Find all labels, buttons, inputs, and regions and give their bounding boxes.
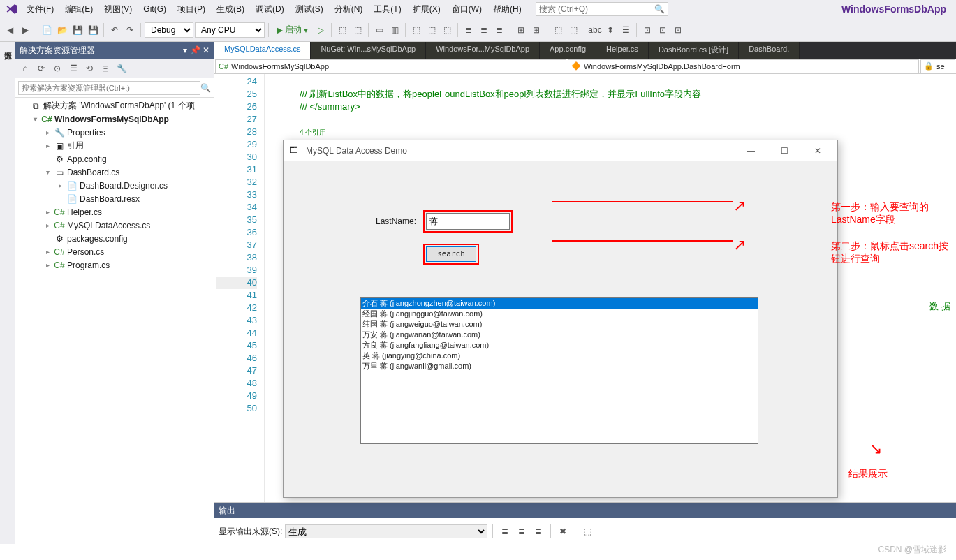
refresh-icon[interactable]: ⟲ <box>82 61 96 76</box>
tb-icon-16[interactable]: ⊡ <box>656 22 670 38</box>
props-icon[interactable]: 🔧 <box>115 61 128 76</box>
output-src-select[interactable]: 生成 <box>285 524 487 538</box>
tb-icon-3[interactable]: ▭ <box>372 22 386 38</box>
undo-button[interactable]: ↶ <box>108 22 122 38</box>
minimize-button[interactable]: — <box>737 146 765 156</box>
close-button[interactable]: ✕ <box>804 146 832 156</box>
show-all-icon[interactable]: ☰ <box>66 61 80 76</box>
collapse-icon[interactable]: ⊟ <box>98 61 112 76</box>
tree-helper[interactable]: Helper.cs <box>67 207 102 217</box>
save-button[interactable]: 💾 <box>71 22 84 38</box>
tb-icon-4[interactable]: ▥ <box>388 22 402 38</box>
tab-dashboard[interactable]: DashBoard. <box>739 42 800 59</box>
out-icon-2[interactable]: ≣ <box>515 524 529 539</box>
menu-tools[interactable]: 工具(T) <box>368 1 406 18</box>
tb-icon-14[interactable]: ☰ <box>619 22 633 38</box>
tree-dashboard-designer[interactable]: DashBoard.Designer.cs <box>80 181 168 191</box>
list-item[interactable]: 万安 蒋 (jiangwanan@taiwan.com) <box>361 330 758 340</box>
tab-winforms[interactable]: WindowsFor...MySqlDbApp <box>426 42 540 59</box>
redo-button[interactable]: ↷ <box>123 22 137 38</box>
sync-icon[interactable]: ⟳ <box>34 61 48 76</box>
tb-icon-10[interactable]: ⬚ <box>551 22 565 38</box>
config-select[interactable]: Debug <box>145 22 193 38</box>
platform-select[interactable]: Any CPU <box>195 22 265 38</box>
tab-nuget[interactable]: NuGet: Win...sMySqlDbApp <box>311 42 426 59</box>
tb-icon-15[interactable]: ⊡ <box>640 22 654 38</box>
solution-search-input[interactable] <box>18 81 200 95</box>
tb-icon-6[interactable]: ≣ <box>477 22 491 38</box>
menu-edit[interactable]: 编辑(E) <box>59 1 98 18</box>
align-right-icon[interactable]: ⬚ <box>440 22 454 38</box>
out-wrap-icon[interactable]: ⬚ <box>580 524 594 539</box>
tb-icon-12[interactable]: abc <box>588 22 602 38</box>
menu-analyze[interactable]: 分析(N) <box>329 1 369 18</box>
results-listbox[interactable]: 介石 蒋 (jiangzhongzhen@taiwan.com)经国 蒋 (ji… <box>360 297 758 444</box>
start-no-debug-button[interactable]: ▷ <box>314 22 328 38</box>
list-item[interactable]: 英 蒋 (jiangying@china.com) <box>361 351 758 361</box>
project-node[interactable]: WindowsFormsMySqlDbApp <box>54 115 169 124</box>
tb-icon-1[interactable]: ⬚ <box>335 22 349 38</box>
tab-mysqlda[interactable]: MySQLDataAccess.cs <box>214 42 311 59</box>
list-item[interactable]: 方良 蒋 (jiangfangliang@taiwan.com) <box>361 340 758 351</box>
tree-appconfig[interactable]: App.config <box>67 154 107 164</box>
tb-icon-17[interactable]: ⊡ <box>671 22 685 38</box>
tree-packages[interactable]: packages.config <box>67 234 128 244</box>
quick-search-input[interactable] <box>539 4 644 14</box>
nav-back-button[interactable]: ◀ <box>3 22 17 38</box>
tb-icon-8[interactable]: ⊞ <box>514 22 528 38</box>
menu-view[interactable]: 视图(V) <box>98 1 138 18</box>
search-button[interactable]: search <box>426 246 476 262</box>
new-item-button[interactable]: 📄 <box>40 22 54 38</box>
scope-icon[interactable]: ⊙ <box>50 61 64 76</box>
menu-file[interactable]: 文件(F) <box>21 1 59 18</box>
tree-references[interactable]: 引用 <box>67 140 84 152</box>
tb-icon-9[interactable]: ⊞ <box>529 22 543 38</box>
align-center-icon[interactable]: ⬚ <box>425 22 439 38</box>
list-item[interactable]: 纬国 蒋 (jiangweiguo@taiwan.com) <box>361 319 758 330</box>
nav-fwd-button[interactable]: ▶ <box>18 22 32 38</box>
open-button[interactable]: 📂 <box>55 22 69 38</box>
save-all-button[interactable]: 💾 <box>86 22 100 38</box>
list-item[interactable]: 万里 蒋 (jiangwanli@gmail.com) <box>361 361 758 371</box>
lastname-input[interactable] <box>426 213 510 230</box>
out-clear-icon[interactable]: ✖ <box>556 524 570 539</box>
crumb-project[interactable]: C#WindowsFormsMySqlDbApp <box>215 59 566 73</box>
tab-helper[interactable]: Helper.cs <box>596 42 649 59</box>
crumb-class[interactable]: 🔶WindowsFormsMySqlDbApp.DashBoardForm <box>568 59 919 73</box>
maximize-button[interactable]: ☐ <box>770 146 798 156</box>
list-item[interactable]: 介石 蒋 (jiangzhongzhen@taiwan.com) <box>361 298 758 309</box>
menu-project[interactable]: 项目(P) <box>172 1 211 18</box>
tab-dashboard-design[interactable]: DashBoard.cs [设计] <box>649 42 739 59</box>
tree-mysqlda[interactable]: MySQLDataAccess.cs <box>67 221 150 230</box>
tree-dashboard[interactable]: DashBoard.cs <box>67 168 119 177</box>
tab-appconfig[interactable]: App.config <box>540 42 596 59</box>
tree-person[interactable]: Person.cs <box>67 247 104 257</box>
solution-tree[interactable]: ⧉解决方案 'WindowsFormsDbApp' (1 个项 ▾C#Windo… <box>15 98 214 544</box>
tb-icon-5[interactable]: ≣ <box>462 22 476 38</box>
tree-dashboard-resx[interactable]: DashBoard.resx <box>80 194 140 204</box>
menu-build[interactable]: 生成(B) <box>211 1 250 18</box>
tree-program[interactable]: Program.cs <box>67 260 110 270</box>
menu-debug[interactable]: 调试(D) <box>250 1 290 18</box>
crumb-lock[interactable]: 🔒se <box>920 59 955 73</box>
menu-extensions[interactable]: 扩展(X) <box>407 1 446 18</box>
start-debug-button[interactable]: ▶ 启动 ▾ <box>272 24 312 36</box>
home-icon[interactable]: ⌂ <box>18 61 32 76</box>
tree-properties[interactable]: Properties <box>67 128 105 138</box>
pin-icon[interactable]: ▾ 📌 ✕ <box>183 45 209 55</box>
tb-icon-11[interactable]: ⬚ <box>566 22 580 38</box>
tb-icon-7[interactable]: ≣ <box>492 22 506 38</box>
menu-git[interactable]: Git(G) <box>138 1 172 17</box>
out-icon-3[interactable]: ≣ <box>531 524 545 539</box>
search-icon[interactable]: 🔍 <box>200 83 211 93</box>
tb-icon-2[interactable]: ⬚ <box>351 22 365 38</box>
quick-search[interactable]: 🔍 <box>536 2 668 16</box>
menu-test[interactable]: 测试(S) <box>290 1 329 18</box>
tb-icon-13[interactable]: ⬍ <box>603 22 617 38</box>
align-left-icon[interactable]: ⬚ <box>409 22 423 38</box>
menu-help[interactable]: 帮助(H) <box>487 1 527 18</box>
out-icon-1[interactable]: ≣ <box>498 524 512 539</box>
menu-window[interactable]: 窗口(W) <box>446 1 487 18</box>
left-tool-tab[interactable]: 数据源 <box>0 42 15 544</box>
list-item[interactable]: 经国 蒋 (jiangjingguo@taiwan.com) <box>361 309 758 319</box>
